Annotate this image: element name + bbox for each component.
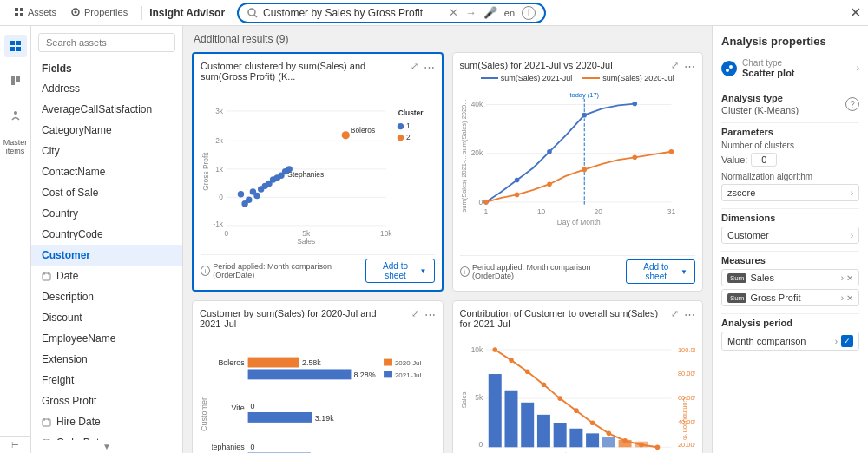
svg-text:20.00%: 20.00%	[677, 441, 695, 449]
sidebar-item-countrycode[interactable]: CountryCode	[31, 224, 182, 245]
svg-text:Gross Profit: Gross Profit	[201, 152, 210, 191]
analysis-period-row[interactable]: Month comparison › ✓	[721, 332, 859, 351]
info-icon[interactable]: i	[522, 6, 536, 20]
more-options-chart1-icon[interactable]: ⋯	[422, 59, 437, 76]
sidebar-item-freight[interactable]: Freight	[31, 370, 182, 391]
tab-properties[interactable]: Properties	[63, 3, 135, 23]
sidebar-master-items-icon[interactable]	[4, 104, 27, 127]
sidebar-item-avgcall[interactable]: AverageCallSatisfaction	[31, 99, 182, 120]
expand-sidebar-btn[interactable]: ⊢	[0, 436, 31, 453]
measure-sales-remove[interactable]: ✕	[846, 273, 853, 283]
expand-chart3-icon[interactable]: ⤢	[410, 306, 421, 323]
svg-point-43	[253, 193, 260, 199]
sidebar-item-costofsale[interactable]: Cost of Sale	[31, 182, 182, 203]
svg-text:0: 0	[251, 443, 255, 451]
value-label: Value:	[721, 154, 747, 165]
sidebar-item-employee[interactable]: EmployeeName	[31, 328, 182, 349]
sidebar-item-country[interactable]: Country	[31, 203, 182, 224]
expand-chart4-icon[interactable]: ⤢	[669, 306, 681, 323]
search-icon	[247, 8, 258, 18]
measures-label: Measures	[721, 255, 859, 266]
svg-rect-11	[16, 47, 21, 51]
svg-rect-117	[488, 374, 501, 447]
sidebar-item-extension[interactable]: Extension	[31, 349, 182, 370]
dimension-customer-row[interactable]: Customer ›	[721, 226, 859, 244]
svg-text:Vite: Vite	[231, 404, 244, 412]
svg-point-143	[726, 69, 729, 72]
analysis-period-section: Analysis period Month comparison › ✓	[721, 318, 859, 351]
more-options-chart3-icon[interactable]: ⋯	[423, 306, 437, 323]
svg-text:Stephanies: Stephanies	[287, 170, 324, 179]
sidebar-item-description[interactable]: Description	[31, 286, 182, 307]
close-app-icon[interactable]: ✕	[850, 4, 861, 21]
sidebar-item-address[interactable]: Address	[31, 78, 182, 99]
search-bar[interactable]: ✕ → 🎤 en i	[237, 3, 546, 23]
svg-point-6	[248, 9, 255, 16]
svg-point-79	[514, 193, 519, 198]
svg-point-135	[622, 438, 628, 443]
add-to-sheet-btn1[interactable]: Add to sheet ▼	[365, 259, 435, 283]
sidebar-item-orderdate[interactable]: OrderDate	[31, 432, 182, 440]
measure-gp-row[interactable]: Sum Gross Profit › ✕	[721, 289, 859, 306]
period-checkbox[interactable]: ✓	[841, 335, 853, 347]
value-display[interactable]: 0	[751, 153, 777, 167]
svg-text:-1k: -1k	[213, 220, 223, 228]
clear-search-icon[interactable]: ✕	[449, 6, 458, 19]
analysis-type-help[interactable]: ?	[845, 97, 859, 111]
fields-list: Address AverageCallSatisfaction Category…	[31, 78, 182, 440]
more-options-chart2-icon[interactable]: ⋯	[682, 58, 697, 75]
sidebar-fields-icon[interactable]	[4, 69, 27, 92]
measure-sales-row[interactable]: Sum Sales › ✕	[721, 269, 859, 286]
svg-text:40k: 40k	[470, 100, 483, 108]
chart-type-icon	[721, 61, 737, 76]
add-to-sheet-btn2[interactable]: Add to sheet ▼	[626, 259, 695, 284]
expand-chart1-icon[interactable]: ⤢	[409, 59, 420, 76]
sidebar-item-discount[interactable]: Discount	[31, 307, 182, 328]
sidebar-item-customer[interactable]: Customer	[31, 245, 182, 266]
tab-assets[interactable]: Assets	[7, 3, 63, 23]
normalization-value-row[interactable]: zscore ›	[721, 184, 859, 201]
sidebar-item-category[interactable]: CategoryName	[31, 120, 182, 141]
chart-type-value: Scatter plot	[742, 68, 795, 78]
svg-rect-93	[248, 412, 312, 423]
svg-point-75	[547, 149, 552, 154]
svg-text:today (17): today (17)	[569, 91, 599, 99]
sidebar-item-city[interactable]: City	[31, 141, 182, 161]
svg-point-76	[582, 113, 587, 118]
svg-point-137	[654, 444, 660, 450]
line-chart-svg: 40k 20k 0 1 10 20 31 Day of Month	[460, 86, 696, 238]
search-assets-input[interactable]	[38, 33, 175, 52]
sidebar-grid-icon[interactable]	[4, 35, 27, 57]
insight-advisor-label: Insight Advisor	[149, 7, 225, 19]
svg-text:Boleros: Boleros	[218, 359, 245, 368]
sidebar-item-grossprofit[interactable]: Gross Profit	[31, 391, 182, 411]
svg-point-144	[729, 65, 733, 69]
svg-point-14	[14, 111, 17, 115]
normalization-value: zscore	[727, 187, 755, 198]
svg-text:Contribution %: Contribution %	[681, 397, 689, 440]
more-options-chart4-icon[interactable]: ⋯	[682, 306, 697, 323]
svg-text:2021-Jul: 2021-Jul	[395, 371, 422, 379]
svg-rect-122	[569, 429, 582, 448]
sidebar-item-hiredate[interactable]: Hire Date	[31, 411, 182, 432]
svg-text:0: 0	[251, 402, 255, 410]
separator-4	[721, 251, 859, 252]
measure-gp-remove[interactable]: ✕	[846, 293, 853, 303]
main-content: Additional results (9) Customer clustere…	[183, 26, 712, 453]
scatter-chart-svg: Gross Profit 3k 2k 1k 0 -1k 0 5k	[201, 85, 435, 250]
master-items-label: Master items	[0, 139, 30, 156]
svg-text:10: 10	[536, 207, 545, 216]
search-input[interactable]	[263, 7, 445, 19]
sidebar-item-date[interactable]: Date	[31, 266, 182, 286]
expand-chart2-icon[interactable]: ⤢	[669, 58, 681, 75]
sidebar-content: Fields Address AverageCallSatisfaction C…	[31, 26, 183, 453]
measure-sales-chevron: ›	[841, 273, 844, 283]
svg-rect-9	[16, 41, 21, 45]
sidebar-item-contact[interactable]: ContactName	[31, 161, 182, 182]
arrow-icon[interactable]: →	[465, 6, 477, 19]
chart-type-chevron[interactable]: ›	[857, 63, 859, 73]
mic-icon[interactable]: 🎤	[483, 6, 497, 19]
analysis-period-label: Analysis period	[721, 318, 859, 328]
svg-rect-15	[43, 273, 50, 280]
chart-title-hbar: Customer by sum(Sales) for 2020-Jul and …	[200, 308, 436, 329]
